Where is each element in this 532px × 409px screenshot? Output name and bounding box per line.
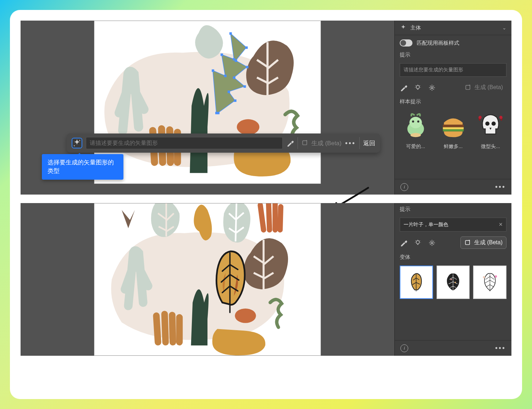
generate-prompt-bar: 生成 (Beta) ••• 返回 <box>67 133 380 153</box>
svg-rect-14 <box>215 112 218 114</box>
svg-rect-17 <box>303 141 307 145</box>
svg-point-15 <box>79 140 80 141</box>
info-icon[interactable]: i <box>400 183 408 191</box>
back-button[interactable]: 返回 <box>363 139 375 147</box>
eyedropper-icon[interactable] <box>286 139 294 147</box>
svg-point-25 <box>410 133 421 137</box>
svg-point-18 <box>416 85 419 88</box>
svg-rect-6 <box>245 47 248 49</box>
match-style-label: 匹配现用画板样式 <box>417 40 459 47</box>
lightbulb-icon[interactable] <box>414 84 422 92</box>
sample-label: 微型头... <box>481 143 500 150</box>
divider <box>298 137 298 149</box>
generate-label: 生成 (Beta) <box>475 84 503 91</box>
generate-icon <box>465 84 472 91</box>
svg-rect-8 <box>246 66 249 68</box>
canvas-area-bottom <box>21 203 394 356</box>
generate-label: 生成 (Beta) <box>474 239 503 246</box>
svg-point-29 <box>486 121 490 126</box>
samples-section-title: 样本提示 <box>400 98 506 105</box>
canvas-area-top: 生成 (Beta) ••• 返回 选择要生成的矢量图形的类型 <box>21 21 394 195</box>
clear-prompt-icon[interactable]: × <box>499 221 503 228</box>
vector-type-selector-button[interactable] <box>72 138 82 148</box>
eyedropper-icon[interactable] <box>400 239 408 247</box>
svg-point-35 <box>431 242 433 244</box>
svg-point-32 <box>499 116 503 119</box>
svg-rect-10 <box>244 85 246 88</box>
artboard-top <box>94 21 321 184</box>
sample-thumb-dragon <box>400 110 431 141</box>
artwork-top <box>94 21 321 184</box>
sample-label: 可爱的... <box>406 143 425 150</box>
chevron-down-icon[interactable]: ⌄ <box>502 25 506 31</box>
gear-icon[interactable] <box>428 84 436 92</box>
generate-button-panel[interactable]: 生成 (Beta) <box>461 82 506 93</box>
properties-panel-bottom: 提示 一片叶子，单一颜色 × 生成 (Beta) 变体 <box>394 203 511 356</box>
variants-section-title: 变体 <box>400 254 506 261</box>
generate-label-bar: 生成 (Beta) <box>311 139 342 147</box>
svg-rect-2 <box>224 75 227 77</box>
prompt-textarea-filled[interactable]: 一片叶子，单一颜色 × <box>400 218 506 231</box>
screenshot-bottom: 提示 一片叶子，单一颜色 × 生成 (Beta) 变体 <box>21 203 511 356</box>
generate-button-bar[interactable]: 生成 (Beta) <box>301 139 342 147</box>
svg-rect-5 <box>229 32 232 35</box>
svg-point-30 <box>492 121 496 126</box>
prompt-value: 一片叶子，单一颜色 <box>404 222 448 228</box>
tooltip-vector-type: 选择要生成的矢量图形的类型 <box>42 154 123 180</box>
panel-title: 主体 <box>410 24 421 31</box>
match-style-toggle[interactable] <box>400 39 412 47</box>
svg-point-19 <box>431 87 433 89</box>
svg-rect-3 <box>221 54 223 56</box>
sample-prompt-1[interactable]: 可爱的... <box>400 110 432 150</box>
svg-rect-28 <box>443 129 464 131</box>
panel-header[interactable]: 主体 ⌄ <box>395 21 511 35</box>
sample-thumb-skull <box>475 110 506 141</box>
more-menu-panel[interactable]: ••• <box>495 183 506 191</box>
svg-rect-7 <box>235 60 237 62</box>
more-menu-bar[interactable]: ••• <box>345 139 356 147</box>
svg-point-40 <box>483 276 485 278</box>
sparkle-icon <box>72 138 82 148</box>
generate-icon <box>464 239 471 246</box>
variant-2[interactable] <box>437 266 470 299</box>
lightbulb-icon[interactable] <box>414 239 422 247</box>
svg-rect-20 <box>466 85 470 89</box>
svg-point-33 <box>235 309 256 323</box>
prompt-input-bar[interactable] <box>86 137 283 149</box>
gear-icon[interactable] <box>428 239 436 247</box>
prompt-placeholder: 请描述您要生成的矢量图形 <box>404 67 463 73</box>
variant-1[interactable] <box>400 266 433 299</box>
screenshot-top: 生成 (Beta) ••• 返回 选择要生成的矢量图形的类型 主体 ⌄ 匹配现用… <box>21 21 511 195</box>
sample-prompt-3[interactable]: 微型头... <box>475 110 506 150</box>
svg-point-34 <box>416 240 419 244</box>
svg-rect-1 <box>212 69 214 72</box>
artwork-bottom <box>94 203 321 355</box>
prompt-section-title: 提示 <box>400 51 506 58</box>
svg-point-38 <box>455 282 456 283</box>
sample-thumb-burger <box>438 110 469 141</box>
sample-prompt-2[interactable]: 鲜嫩多... <box>437 110 469 150</box>
svg-rect-26 <box>443 125 464 127</box>
generate-icon <box>301 140 309 147</box>
sample-label: 鲜嫩多... <box>444 143 463 150</box>
divider <box>359 137 360 149</box>
svg-point-37 <box>450 279 452 280</box>
more-menu-panel[interactable]: ••• <box>495 344 506 352</box>
info-icon[interactable]: i <box>400 344 408 352</box>
svg-rect-36 <box>465 240 470 245</box>
svg-point-23 <box>412 120 414 122</box>
eyedropper-icon[interactable] <box>400 84 408 92</box>
svg-point-0 <box>237 119 260 135</box>
svg-rect-11 <box>228 91 230 93</box>
svg-point-22 <box>409 117 422 128</box>
svg-rect-9 <box>233 76 235 79</box>
variant-3[interactable] <box>473 266 506 299</box>
generate-button-panel[interactable]: 生成 (Beta) <box>460 236 506 249</box>
prompt-textarea[interactable]: 请描述您要生成的矢量图形 <box>400 63 506 77</box>
svg-rect-27 <box>443 127 464 129</box>
sparkle-icon <box>400 24 407 31</box>
svg-point-39 <box>495 275 497 277</box>
svg-point-24 <box>417 120 419 122</box>
prompt-section-title: 提示 <box>400 206 506 213</box>
svg-rect-12 <box>234 99 237 102</box>
